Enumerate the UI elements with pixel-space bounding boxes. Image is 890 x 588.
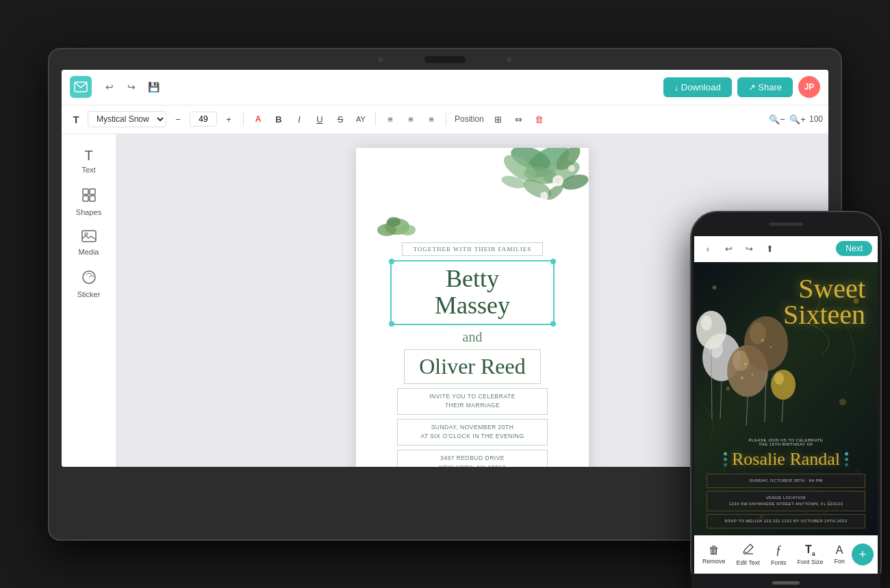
divider-3 [446, 112, 446, 126]
top-actions: ↩ ↪ 💾 [100, 77, 163, 97]
bride-name-container[interactable]: Betty Massey [390, 260, 555, 325]
color-button[interactable]: A [249, 110, 267, 128]
edit-text-icon [742, 543, 754, 558]
phone-add-button[interactable]: + [852, 544, 874, 565]
font-size-decrease[interactable]: − [169, 110, 187, 128]
phone-home [691, 574, 880, 589]
sidebar-item-shapes[interactable]: Shapes [67, 182, 111, 222]
svg-point-6 [85, 233, 88, 235]
save-button[interactable]: 💾 [144, 77, 163, 97]
phone-tool-fon[interactable]: A Fon [830, 541, 849, 567]
sweet16-title: Sweet Sixteen [783, 276, 865, 328]
desktop-notch [424, 56, 466, 63]
position-grid-button[interactable]: ⊞ [490, 110, 507, 128]
phone-home-button[interactable] [772, 581, 800, 585]
desktop-camera-right [507, 57, 512, 62]
invitation-card[interactable]: TOGETHER WITH THEIR FAMILIES Betty Masse… [356, 148, 589, 467]
text-tool-icon[interactable]: T [67, 110, 85, 128]
svg-rect-2 [90, 189, 95, 194]
align-right-button[interactable]: ≡ [422, 110, 440, 128]
sweet16-rsvp-text: RSVP TO MELISA 123.331.1231 BY OCTOBER 2… [714, 518, 858, 524]
phone-upload-button[interactable]: ⬆ [761, 240, 778, 257]
media-label: Media [79, 248, 99, 256]
bride-name-box[interactable]: Betty Massey [390, 260, 555, 325]
phone-redo-button[interactable]: ↪ [741, 240, 757, 257]
strikethrough-button[interactable]: S [331, 110, 349, 128]
fon-icon: A [836, 544, 843, 557]
flip-button[interactable]: ⇔ [510, 110, 528, 128]
svg-point-54 [701, 316, 712, 331]
sidebar-item-media[interactable]: Media [67, 225, 111, 261]
phone-back-button[interactable]: ‹ [700, 240, 716, 257]
align-left-button[interactable]: ≡ [381, 110, 399, 128]
groom-name: Oliver Reed [419, 354, 526, 379]
phone-screen: ‹ ↩ ↪ ⬆ Next [694, 236, 878, 574]
phone-device: ‹ ↩ ↪ ⬆ Next [690, 211, 882, 589]
date-box[interactable]: SUNDAY, NOVEMBER 20TH AT SIX O'CLOCK IN … [397, 419, 548, 446]
sweet16-venue-text: VENUE LOCATION 1234 SW ANYWHERE STREET A… [714, 495, 858, 507]
phone-tool-remove[interactable]: 🗑 Remove [698, 541, 730, 567]
phone-tool-edit-text[interactable]: Edit Text [733, 540, 764, 569]
handle-tr [550, 259, 556, 264]
card-content: TOGETHER WITH THEIR FAMILIES Betty Masse… [356, 237, 589, 467]
svg-point-61 [771, 370, 796, 400]
svg-point-59 [770, 346, 772, 348]
shapes-label: Shapes [76, 208, 101, 216]
sweet16-date-box: SUNDAY, OCTOBER 28TH · 6A PM [707, 474, 865, 488]
phone-next-button[interactable]: Next [836, 241, 872, 256]
desktop-camera [378, 57, 383, 62]
svg-point-21 [568, 165, 575, 172]
avatar: JP [798, 76, 820, 98]
groom-name-box[interactable]: Oliver Reed [404, 349, 541, 384]
font-selector[interactable]: Mystical Snow [88, 111, 166, 127]
invite-text: INVITE YOU TO CELEBRATE THEIR MARRIAGE [409, 392, 536, 411]
svg-line-52 [746, 397, 748, 426]
fonts-label: Fonts [771, 559, 787, 566]
venue-box[interactable]: 3497 REDBUD DRIVE NEW YORK, NY 10013 [397, 450, 548, 466]
svg-point-53 [696, 311, 726, 349]
share-button[interactable]: ↗ Share [737, 77, 793, 97]
svg-point-49 [752, 373, 754, 375]
undo-button[interactable]: ↩ [100, 77, 119, 97]
phone-tool-font-size[interactable]: Ta Font Size [793, 541, 827, 568]
svg-point-50 [741, 376, 743, 379]
sidebar-item-text[interactable]: T Text [67, 142, 111, 179]
svg-point-58 [761, 339, 764, 342]
phone-tool-fonts[interactable]: ƒ Fonts [767, 541, 791, 569]
svg-point-25 [387, 217, 400, 227]
svg-point-48 [744, 363, 747, 366]
media-icon [81, 230, 97, 246]
svg-point-20 [540, 192, 548, 200]
zoom-in-button[interactable]: 🔍+ [789, 110, 806, 128]
svg-point-35 [713, 285, 717, 289]
phone-undo-button[interactable]: ↩ [720, 240, 737, 257]
italic-button[interactable]: I [290, 110, 308, 128]
svg-line-45 [720, 381, 722, 419]
floral-top [356, 148, 589, 237]
desktop-top-bar [49, 49, 841, 70]
handle-bl [389, 321, 394, 327]
svg-rect-5 [82, 231, 96, 242]
svg-point-56 [744, 316, 788, 371]
font-size-increase[interactable]: + [220, 110, 238, 128]
shapes-icon [81, 188, 97, 206]
remove-icon: 🗑 [709, 544, 720, 557]
font-size-input[interactable] [190, 112, 217, 127]
fonts-icon: ƒ [776, 544, 782, 558]
delete-button[interactable]: 🗑 [531, 110, 548, 128]
svg-point-38 [839, 398, 846, 405]
download-button[interactable]: ↓ Download [663, 77, 732, 97]
phone-top [691, 212, 880, 236]
zoom-out-button[interactable]: 🔍− [768, 110, 786, 128]
phone-speaker [769, 222, 803, 226]
underline-button[interactable]: U [311, 110, 329, 128]
phone-bottom-bar: 🗑 Remove Edit Text ƒ Fonts [694, 535, 878, 574]
font-case-button[interactable]: AY [352, 110, 370, 128]
phone-canvas[interactable]: Sweet Sixteen [694, 262, 878, 535]
align-center-button[interactable]: ≡ [402, 110, 420, 128]
families-text: TOGETHER WITH THEIR FAMILIES [402, 242, 544, 256]
redo-button[interactable]: ↪ [122, 77, 141, 97]
bold-button[interactable]: B [270, 110, 288, 128]
sidebar-item-sticker[interactable]: Sticker [67, 264, 111, 304]
invite-box[interactable]: INVITE YOU TO CELEBRATE THEIR MARRIAGE [397, 388, 548, 415]
